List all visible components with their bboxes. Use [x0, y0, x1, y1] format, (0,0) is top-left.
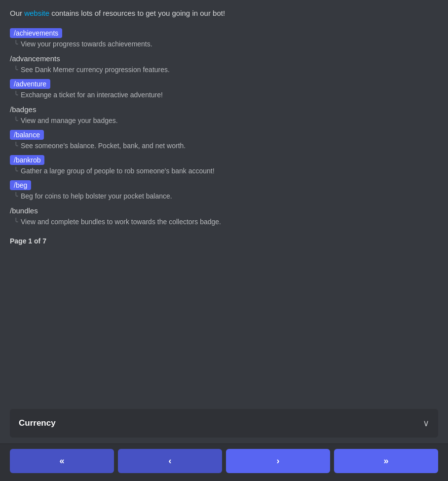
command-name[interactable]: /bankrob [10, 155, 44, 165]
command-name[interactable]: /achievements [10, 28, 62, 38]
command-entry: /adventure╰Exchange a ticket for an inte… [10, 79, 438, 100]
command-name: /advancements [10, 53, 60, 64]
dropdown-section: Currency ∨ [10, 409, 438, 438]
command-entry: /advancements╰See Dank Memer currency pr… [10, 53, 438, 75]
command-desc-arrow-icon: ╰ [14, 90, 18, 100]
last-page-button[interactable]: » [334, 449, 438, 473]
command-name[interactable]: /adventure [10, 79, 50, 89]
command-entry: /badges╰View and manage your badges. [10, 104, 438, 126]
command-desc-arrow-icon: ╰ [14, 141, 18, 151]
command-desc-arrow-icon: ╰ [14, 116, 18, 126]
command-desc-text: Beg for coins to help bolster your pocke… [21, 191, 172, 201]
nav-buttons: « ‹ › » [0, 443, 448, 481]
bottom-bar: « ‹ › » [0, 443, 448, 481]
command-desc-text: View and complete bundles to work toward… [21, 217, 221, 227]
command-desc-arrow-icon: ╰ [14, 39, 18, 49]
command-entry: /balance╰See someone's balance. Pocket, … [10, 130, 438, 151]
command-entry: /bundles╰View and complete bundles to wo… [10, 205, 438, 227]
dropdown-arrow-icon: ∨ [423, 418, 429, 429]
command-desc-text: View and manage your badges. [21, 116, 118, 126]
command-desc-arrow-icon: ╰ [14, 65, 18, 75]
command-entry: /bankrob╰Gather a large group of people … [10, 155, 438, 176]
intro-suffix: contains lots of resources to get you go… [49, 9, 225, 17]
command-description: ╰Gather a large group of people to rob s… [10, 166, 438, 176]
command-name[interactable]: /balance [10, 130, 44, 140]
command-description: ╰Beg for coins to help bolster your pock… [10, 191, 438, 201]
command-desc-text: Exchange a ticket for an interactive adv… [21, 90, 163, 100]
next-page-button[interactable]: › [226, 449, 330, 473]
command-description: ╰View your progress towards achievements… [10, 39, 438, 49]
command-desc-text: Gather a large group of people to rob so… [21, 166, 215, 176]
command-desc-text: View your progress towards achievements. [21, 39, 152, 49]
command-desc-arrow-icon: ╰ [14, 191, 18, 201]
command-desc-arrow-icon: ╰ [14, 166, 18, 176]
command-desc-text: See someone's balance. Pocket, bank, and… [21, 141, 186, 151]
command-name: /badges [10, 104, 36, 115]
command-desc-arrow-icon: ╰ [14, 217, 18, 227]
page-info: Page 1 of 7 [10, 237, 438, 245]
command-entry: /beg╰Beg for coins to help bolster your … [10, 180, 438, 201]
dropdown-label: Currency [19, 418, 56, 428]
prev-page-button[interactable]: ‹ [118, 449, 222, 473]
command-description: ╰See Dank Memer currency progression fea… [10, 65, 438, 75]
command-name[interactable]: /beg [10, 180, 31, 190]
intro-text: Our website contains lots of resources t… [10, 8, 438, 19]
dropdown-row[interactable]: Currency ∨ [10, 411, 438, 436]
main-content: Our website contains lots of resources t… [0, 0, 448, 404]
command-description: ╰View and complete bundles to work towar… [10, 217, 438, 227]
intro-prefix: Our [10, 9, 24, 17]
command-desc-text: See Dank Memer currency progression feat… [21, 65, 170, 75]
command-list: /achievements╰View your progress towards… [10, 28, 438, 230]
command-name: /bundles [10, 205, 38, 216]
first-page-button[interactable]: « [10, 449, 114, 473]
command-description: ╰View and manage your badges. [10, 116, 438, 126]
command-description: ╰Exchange a ticket for an interactive ad… [10, 90, 438, 100]
command-description: ╰See someone's balance. Pocket, bank, an… [10, 141, 438, 151]
command-entry: /achievements╰View your progress towards… [10, 28, 438, 49]
website-link[interactable]: website [24, 9, 49, 17]
